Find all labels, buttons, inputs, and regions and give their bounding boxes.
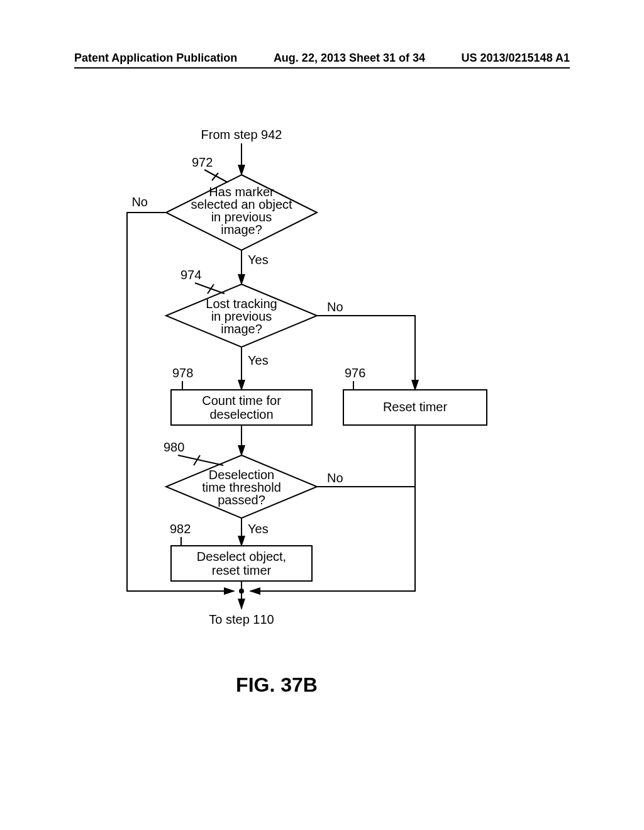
svg-text:in previous: in previous — [211, 309, 272, 323]
svg-text:Deselect object,: Deselect object, — [197, 550, 286, 563]
edge-yes: Yes — [248, 353, 269, 367]
svg-text:Count time for: Count time for — [202, 394, 281, 407]
edge-yes: Yes — [248, 253, 269, 267]
edge-no: No — [131, 195, 148, 209]
entry-label: From step 942 — [201, 128, 282, 141]
svg-text:Lost tracking: Lost tracking — [206, 297, 277, 311]
svg-line-11 — [195, 283, 225, 294]
ref-978: 978 — [172, 366, 193, 380]
ref-974: 974 — [180, 268, 201, 282]
svg-text:passed?: passed? — [218, 493, 265, 507]
ref-972: 972 — [192, 155, 213, 169]
svg-text:Reset timer: Reset timer — [383, 400, 448, 414]
edge-no: No — [327, 300, 343, 314]
exit-label: To step 110 — [209, 612, 274, 626]
ref-976: 976 — [345, 366, 365, 380]
svg-text:image?: image? — [221, 322, 262, 336]
svg-text:Deselection: Deselection — [209, 468, 275, 482]
svg-text:reset timer: reset timer — [212, 563, 272, 577]
svg-text:Has marker: Has marker — [209, 185, 274, 199]
edge-no: No — [327, 471, 343, 485]
svg-text:deselection: deselection — [209, 407, 273, 421]
ref-980: 980 — [164, 440, 184, 454]
svg-text:time threshold: time threshold — [202, 480, 281, 494]
svg-text:image?: image? — [221, 223, 262, 236]
ref-982: 982 — [170, 522, 191, 536]
svg-text:selected an object: selected an object — [191, 197, 292, 211]
svg-line-23 — [178, 455, 223, 465]
edge-yes: Yes — [248, 522, 269, 536]
figure-label: FIG. 37B — [236, 673, 318, 696]
svg-text:in previous: in previous — [211, 210, 272, 224]
flowchart: From step 942 Has marker selected an obj… — [0, 0, 644, 830]
